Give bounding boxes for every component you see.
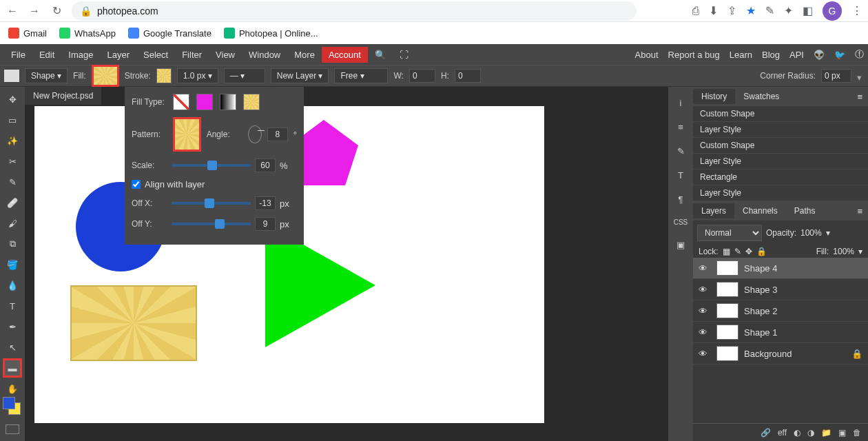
- menu-account[interactable]: Account: [322, 47, 368, 63]
- align-panel-icon[interactable]: ≡: [678, 122, 683, 132]
- menu-file[interactable]: File: [4, 47, 32, 63]
- layer-item[interactable]: 👁Shape 3: [693, 279, 868, 300]
- stroke-style-select[interactable]: — ▾: [224, 68, 265, 83]
- css-panel-icon[interactable]: CSS: [674, 218, 688, 226]
- angle-wheel[interactable]: [248, 125, 262, 143]
- scale-slider[interactable]: [172, 164, 251, 167]
- menu-view[interactable]: View: [209, 47, 242, 63]
- opacity-dropdown-icon[interactable]: ▾: [826, 228, 830, 238]
- heal-tool[interactable]: 🩹: [3, 193, 22, 212]
- visibility-icon[interactable]: 👁: [699, 263, 711, 274]
- search-icon[interactable]: 🔍: [368, 47, 393, 63]
- tab-swatches[interactable]: Swatches: [735, 89, 787, 104]
- offy-input[interactable]: [255, 217, 276, 231]
- offx-slider[interactable]: [172, 202, 251, 205]
- layer-mask-icon[interactable]: ◐: [794, 428, 800, 438]
- eyedropper-tool[interactable]: ✎: [3, 172, 22, 192]
- path-tool[interactable]: ↖: [3, 338, 22, 357]
- brush-panel-icon[interactable]: ✎: [677, 146, 685, 156]
- radius-input[interactable]: [821, 69, 851, 83]
- tab-layers[interactable]: Layers: [693, 203, 734, 218]
- clone-tool[interactable]: ⧉: [3, 234, 22, 254]
- back-button[interactable]: ←: [6, 4, 19, 18]
- lock-position-icon[interactable]: ✥: [745, 247, 752, 256]
- pen-tool[interactable]: ✒: [3, 317, 22, 336]
- width-input[interactable]: [409, 69, 435, 83]
- link-api[interactable]: API: [789, 50, 804, 60]
- reddit-icon[interactable]: 👽: [814, 50, 825, 60]
- profile-avatar[interactable]: G: [823, 1, 842, 21]
- twitter-icon[interactable]: 🐦: [834, 50, 845, 60]
- adjustment-layer-icon[interactable]: ◑: [807, 428, 814, 438]
- paragraph-panel-icon[interactable]: ¶: [679, 194, 683, 205]
- menu-icon[interactable]: ⋮: [851, 4, 862, 17]
- history-item[interactable]: Layer Style: [693, 185, 868, 201]
- align-checkbox[interactable]: [132, 180, 141, 189]
- share-icon[interactable]: ⇪: [727, 4, 736, 17]
- layer-item[interactable]: 👁Shape 1: [693, 322, 868, 343]
- fill-dropdown-icon[interactable]: ▾: [858, 247, 862, 256]
- bookmark-whatsapp[interactable]: WhatsApp: [59, 28, 116, 39]
- blend-mode-select[interactable]: Normal: [697, 225, 762, 241]
- crop-tool[interactable]: ✂: [3, 152, 22, 171]
- fill-color-swatch[interactable]: [196, 94, 213, 110]
- menu-filter[interactable]: Filter: [175, 47, 209, 63]
- menu-edit[interactable]: Edit: [32, 47, 61, 63]
- angle-input[interactable]: [267, 127, 288, 141]
- document-tab[interactable]: New Project.psd: [25, 87, 101, 105]
- lock-transparency-icon[interactable]: ▦: [723, 247, 730, 256]
- wand-tool[interactable]: ✨: [3, 131, 22, 150]
- new-layer-icon[interactable]: ▣: [838, 428, 846, 438]
- menu-window[interactable]: Window: [242, 47, 287, 63]
- move-tool[interactable]: ✥: [3, 90, 22, 109]
- scale-input[interactable]: [255, 158, 276, 172]
- layer-item[interactable]: 👁Background🔒: [693, 343, 868, 365]
- visibility-icon[interactable]: 👁: [699, 285, 711, 295]
- forward-button[interactable]: →: [28, 4, 41, 18]
- history-item[interactable]: Custom Shape: [693, 106, 868, 122]
- bookmark-gmail[interactable]: Gmail: [8, 28, 47, 39]
- fullscreen-icon[interactable]: ⛶: [393, 47, 415, 63]
- fill-gradient-swatch[interactable]: [220, 94, 236, 110]
- link-about[interactable]: About: [635, 50, 659, 60]
- marquee-tool[interactable]: ▭: [3, 110, 22, 130]
- fill-pattern-swatch[interactable]: [243, 94, 260, 110]
- brush-tool[interactable]: 🖌: [3, 214, 22, 233]
- extensions-icon[interactable]: ✦: [784, 4, 793, 17]
- lock-all-icon[interactable]: 🔒: [756, 247, 767, 256]
- character-panel-icon[interactable]: T: [678, 170, 683, 181]
- menu-layer[interactable]: Layer: [101, 47, 137, 63]
- bookmark-translate[interactable]: Google Translate: [128, 28, 211, 39]
- history-options-icon[interactable]: ≡: [851, 89, 868, 105]
- info-panel-icon[interactable]: i: [680, 98, 682, 108]
- download-icon[interactable]: ⬇: [709, 4, 718, 17]
- link-blog[interactable]: Blog: [762, 50, 780, 60]
- sidepanel-icon[interactable]: ◧: [803, 4, 813, 17]
- visibility-icon[interactable]: 👁: [699, 306, 711, 316]
- history-item[interactable]: Rectangle: [693, 170, 868, 185]
- history-item[interactable]: Custom Shape: [693, 138, 868, 154]
- menu-more[interactable]: More: [287, 47, 322, 63]
- opacity-value[interactable]: 100%: [800, 228, 822, 238]
- fill-swatch[interactable]: [92, 65, 119, 87]
- radius-dropdown-icon[interactable]: ▾: [857, 72, 864, 79]
- keyboard-icon[interactable]: [6, 424, 19, 434]
- tab-paths[interactable]: Paths: [786, 203, 824, 218]
- reload-button[interactable]: ↻: [50, 4, 63, 18]
- offy-slider[interactable]: [172, 223, 251, 225]
- bookmark-star-icon[interactable]: ★: [746, 4, 756, 17]
- height-input[interactable]: [455, 69, 481, 83]
- layers-options-icon[interactable]: ≡: [851, 203, 868, 219]
- visibility-icon[interactable]: 👁: [699, 349, 711, 359]
- bookmark-photopea[interactable]: Photopea | Online...: [224, 28, 318, 39]
- menu-image[interactable]: Image: [61, 47, 100, 63]
- fill-tool[interactable]: 🪣: [3, 255, 22, 274]
- history-item[interactable]: Layer Style: [693, 154, 868, 170]
- shape-tool[interactable]: ▬: [3, 358, 22, 378]
- tab-channels[interactable]: Channels: [734, 203, 786, 218]
- layer-fill-value[interactable]: 100%: [833, 247, 854, 256]
- pattern-preview[interactable]: [173, 117, 201, 152]
- new-folder-icon[interactable]: 📁: [821, 428, 831, 438]
- color-picker[interactable]: [3, 397, 15, 409]
- text-tool[interactable]: T: [3, 296, 22, 316]
